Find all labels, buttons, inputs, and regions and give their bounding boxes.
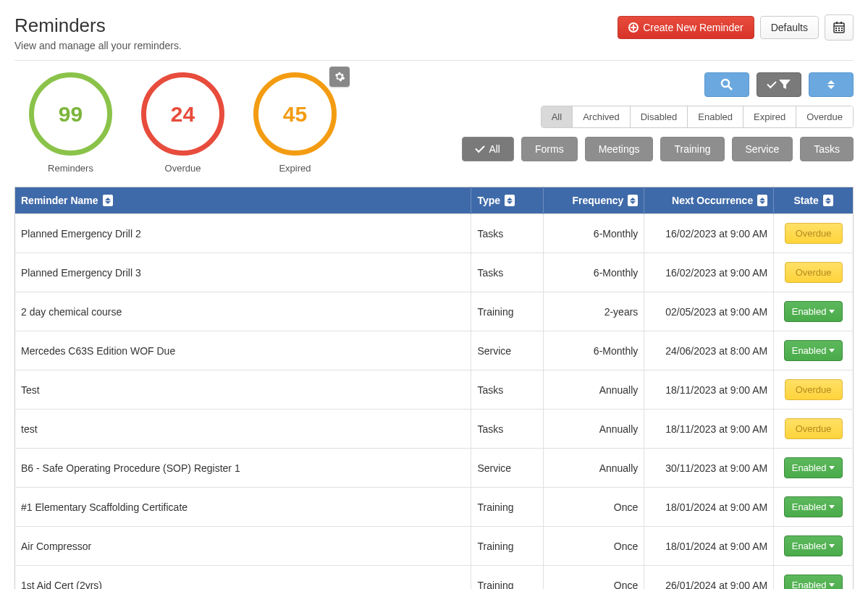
cell-name: Mercedes C63S Edition WOF Due — [15, 331, 471, 370]
stat-label: Overdue — [165, 163, 201, 174]
cell-name: Planned Emergency Drill 2 — [15, 214, 471, 253]
badge-label: Enabled — [792, 580, 827, 589]
col-header-frequency[interactable]: Frequency — [543, 187, 644, 214]
page-title: Reminders — [14, 14, 182, 37]
table-row[interactable]: Planned Emergency Drill 2Tasks6-Monthly1… — [15, 214, 854, 253]
cell-state: Overdue — [774, 214, 854, 253]
state-badge-overdue[interactable]: Overdue — [785, 262, 843, 283]
cell-frequency: 6-Monthly — [543, 253, 644, 292]
stat-reminders: 99Reminders — [29, 72, 112, 174]
col-header-type[interactable]: Type — [471, 187, 543, 214]
svg-rect-7 — [835, 30, 837, 31]
stat-ring: 99 — [29, 72, 112, 156]
state-tab-archived[interactable]: Archived — [572, 106, 630, 127]
state-tab-enabled[interactable]: Enabled — [687, 106, 743, 127]
state-badge-enabled[interactable]: Enabled — [784, 575, 843, 589]
col-header-next-label: Next Occurrence — [672, 195, 753, 206]
state-tab-expired[interactable]: Expired — [743, 106, 796, 127]
table-row[interactable]: 2 day chemical courseTraining2-years02/0… — [15, 292, 854, 331]
check-icon — [476, 143, 485, 153]
filter-button[interactable] — [757, 72, 801, 97]
stat-value: 99 — [59, 102, 83, 127]
search-icon — [720, 78, 733, 91]
cell-type: Training — [471, 527, 543, 566]
cell-next-occurrence: 30/11/2023 at 9:00 AM — [644, 449, 774, 488]
caret-down-icon — [829, 466, 835, 470]
svg-rect-6 — [841, 27, 843, 29]
state-badge-overdue[interactable]: Overdue — [785, 223, 843, 244]
state-tab-all[interactable]: All — [542, 106, 572, 127]
state-badge-enabled[interactable]: Enabled — [784, 535, 843, 556]
sort-icon — [757, 195, 767, 206]
cell-next-occurrence: 18/01/2024 at 9:00 AM — [644, 527, 774, 566]
stat-ring: 24 — [141, 72, 224, 156]
cell-frequency: Annually — [543, 370, 644, 410]
sort-icon — [628, 195, 638, 206]
svg-point-10 — [722, 80, 729, 87]
calendar-button[interactable] — [825, 14, 854, 41]
cell-frequency: Once — [543, 488, 644, 527]
cell-next-occurrence: 18/11/2023 at 9:00 AM — [644, 370, 774, 410]
state-badge-overdue[interactable]: Overdue — [785, 418, 843, 439]
table-row[interactable]: B6 - Safe Operating Procedure (SOP) Regi… — [15, 449, 854, 488]
cell-name: test — [15, 410, 471, 449]
state-badge-enabled[interactable]: Enabled — [784, 496, 843, 517]
cell-frequency: Once — [543, 566, 644, 590]
cell-next-occurrence: 16/02/2023 at 9:00 AM — [644, 214, 774, 253]
caret-down-icon — [829, 310, 835, 313]
state-badge-enabled[interactable]: Enabled — [784, 457, 843, 478]
state-badge-enabled[interactable]: Enabled — [784, 301, 843, 322]
type-filter-tasks[interactable]: Tasks — [800, 137, 854, 161]
funnel-icon — [779, 80, 791, 90]
caret-down-icon — [829, 583, 835, 587]
stats-settings-button[interactable] — [329, 67, 350, 87]
cell-state: Enabled — [774, 292, 854, 331]
sort-button[interactable] — [809, 72, 854, 97]
table-row[interactable]: #1 Elementary Scaffolding CertificateTra… — [15, 488, 854, 527]
table-row[interactable]: Planned Emergency Drill 3Tasks6-Monthly1… — [15, 253, 854, 292]
table-row[interactable]: Mercedes C63S Edition WOF DueService6-Mo… — [15, 331, 854, 370]
cell-frequency: 2-years — [543, 292, 644, 331]
reminders-table: Reminder Name Type Frequency Next Occurr… — [14, 187, 854, 589]
sort-icon — [505, 195, 515, 206]
type-filter-service[interactable]: Service — [732, 137, 793, 161]
table-row[interactable]: testTasksAnnually18/11/2023 at 9:00 AMOv… — [15, 410, 854, 449]
svg-rect-8 — [838, 30, 840, 31]
col-header-state[interactable]: State — [774, 187, 854, 214]
defaults-button[interactable]: Defaults — [760, 16, 819, 39]
state-badge-overdue[interactable]: Overdue — [785, 379, 843, 400]
cell-next-occurrence: 02/05/2023 at 9:00 AM — [644, 292, 774, 331]
search-button[interactable] — [704, 72, 749, 97]
type-filter-all[interactable]: All — [462, 137, 514, 161]
table-row[interactable]: Air CompressorTrainingOnce18/01/2024 at … — [15, 527, 854, 566]
col-header-name[interactable]: Reminder Name — [15, 187, 471, 214]
badge-label: Enabled — [792, 462, 827, 473]
calendar-icon — [833, 22, 845, 33]
type-filter-forms[interactable]: Forms — [521, 137, 578, 161]
cell-next-occurrence: 26/01/2024 at 9:00 AM — [644, 566, 774, 590]
col-header-name-label: Reminder Name — [21, 195, 98, 206]
defaults-label: Defaults — [771, 22, 808, 33]
caret-down-icon — [829, 544, 835, 548]
type-filter-training[interactable]: Training — [660, 137, 724, 161]
type-filter-meetings[interactable]: Meetings — [585, 137, 654, 161]
create-reminder-label: Create New Reminder — [643, 22, 743, 33]
col-header-next[interactable]: Next Occurrence — [644, 187, 774, 214]
check-icon — [767, 79, 776, 88]
cell-name: Test — [15, 370, 471, 410]
state-tab-disabled[interactable]: Disabled — [630, 106, 688, 127]
state-tab-overdue[interactable]: Overdue — [796, 106, 853, 127]
badge-label: Enabled — [792, 501, 827, 512]
caret-down-icon — [829, 349, 835, 352]
create-reminder-button[interactable]: Create New Reminder — [618, 16, 754, 39]
table-row[interactable]: 1st Aid Cert (2yrs)TrainingOnce26/01/202… — [15, 566, 854, 590]
svg-rect-3 — [840, 22, 842, 24]
table-row[interactable]: TestTasksAnnually18/11/2023 at 9:00 AMOv… — [15, 370, 854, 410]
cell-name: B6 - Safe Operating Procedure (SOP) Regi… — [15, 449, 471, 488]
cell-frequency: Annually — [543, 449, 644, 488]
cell-name: 1st Aid Cert (2yrs) — [15, 566, 471, 590]
state-badge-enabled[interactable]: Enabled — [784, 340, 843, 361]
gear-icon — [334, 71, 345, 82]
filter-label: All — [489, 143, 500, 155]
badge-label: Enabled — [792, 345, 827, 356]
